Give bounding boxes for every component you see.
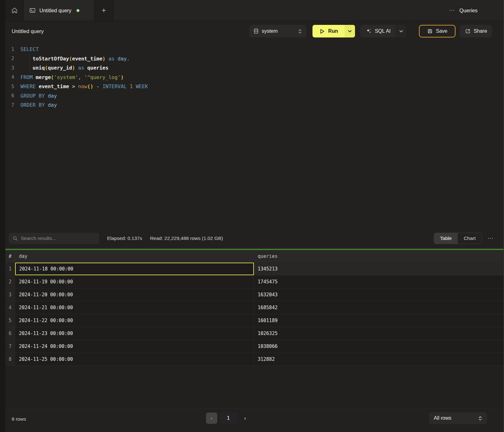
query-title: Untitled query bbox=[12, 28, 44, 34]
row-number-cell[interactable]: 1 bbox=[5, 263, 15, 275]
results-table-header: # day queries bbox=[5, 250, 503, 263]
line-number: 4 bbox=[5, 74, 14, 80]
page-size-value: All rows bbox=[434, 415, 451, 421]
editor-line[interactable]: 3 uniq(query_id) as queries bbox=[5, 63, 503, 73]
queries-panel-toggle[interactable]: Queries bbox=[459, 8, 478, 14]
results-menu-icon[interactable]: ⋯ bbox=[488, 235, 494, 242]
home-tab[interactable] bbox=[5, 0, 24, 21]
play-icon bbox=[319, 28, 325, 34]
sql-ai-label: SQL AI bbox=[375, 28, 391, 34]
results-table-body: 12024-11-18 00:00:00134521322024-11-19 0… bbox=[5, 263, 503, 366]
table-row: 32024-11-20 00:00:001632043 bbox=[5, 288, 503, 301]
elapsed-stat: Elapsed: 0.137s bbox=[107, 236, 142, 241]
updown-chevron-icon bbox=[298, 29, 302, 34]
line-number: 1 bbox=[5, 47, 14, 52]
queries-cell[interactable]: 1345213 bbox=[254, 263, 503, 275]
queries-cell[interactable]: 1745475 bbox=[254, 276, 503, 288]
sql-ai-button-group: SQL AI bbox=[360, 25, 406, 37]
day-cell[interactable]: 2024-11-19 00:00:00 bbox=[15, 276, 254, 288]
code-text: toStartOfDay(event_time) as day, bbox=[20, 56, 130, 62]
save-label: Save bbox=[436, 28, 447, 34]
table-row: 12024-11-18 00:00:001345213 bbox=[5, 263, 503, 276]
column-header-queries[interactable]: queries bbox=[254, 250, 503, 262]
row-number-cell[interactable]: 6 bbox=[5, 327, 15, 340]
row-number-cell[interactable]: 3 bbox=[5, 288, 15, 301]
editor-lines: 1SELECT2 toStartOfDay(event_time) as day… bbox=[5, 45, 503, 110]
editor-line[interactable]: 1SELECT bbox=[5, 45, 503, 54]
editor-line[interactable]: 5WHERE event_time > now() - INTERVAL 1 W… bbox=[5, 82, 503, 91]
day-cell[interactable]: 2024-11-25 00:00:00 bbox=[15, 353, 254, 366]
row-number-cell[interactable]: 8 bbox=[5, 353, 15, 366]
sparkles-icon bbox=[365, 28, 372, 34]
new-tab-button[interactable]: + bbox=[94, 0, 113, 21]
queries-cell[interactable]: 312882 bbox=[254, 353, 503, 366]
page-size-selector[interactable]: All rows bbox=[429, 412, 487, 424]
results-toolbar: Elapsed: 0.137s Read: 22,229,488 rows (1… bbox=[5, 228, 503, 249]
results-table: # day queries 12024-11-18 00:00:00134521… bbox=[5, 250, 503, 366]
next-page-button[interactable]: › bbox=[239, 412, 251, 424]
day-cell[interactable]: 2024-11-22 00:00:00 bbox=[15, 314, 254, 327]
search-icon bbox=[13, 236, 18, 241]
row-number-cell[interactable]: 5 bbox=[5, 314, 15, 327]
panel-menu-icon[interactable]: ⋯ bbox=[449, 7, 455, 14]
unsaved-indicator-dot bbox=[77, 9, 79, 12]
column-header-index[interactable]: # bbox=[5, 250, 15, 262]
prev-page-button[interactable]: ‹ bbox=[206, 412, 217, 424]
sql-editor[interactable]: 1SELECT2 toStartOfDay(event_time) as day… bbox=[5, 41, 503, 228]
search-results-box[interactable] bbox=[9, 233, 99, 244]
sql-ai-button[interactable]: SQL AI bbox=[360, 25, 396, 37]
query-toolbar: Untitled query system Run bbox=[5, 21, 503, 41]
results-footer: 8 rows ‹ 1 › All rows bbox=[5, 408, 503, 432]
line-number: 5 bbox=[5, 84, 14, 89]
table-row: 72024-11-24 00:00:001038066 bbox=[5, 340, 503, 353]
save-icon bbox=[427, 28, 433, 34]
search-results-input[interactable] bbox=[21, 236, 93, 241]
tabbar-right-controls: ⋯ Queries bbox=[449, 0, 503, 21]
chevron-down-icon bbox=[399, 30, 403, 33]
code-text: SELECT bbox=[20, 46, 39, 52]
row-number-cell[interactable]: 7 bbox=[5, 340, 15, 353]
tab-title: Untitled query bbox=[39, 8, 72, 14]
sql-ai-options-button[interactable] bbox=[396, 25, 406, 37]
day-cell[interactable]: 2024-11-21 00:00:00 bbox=[15, 301, 254, 314]
tab-bar: Untitled query + ⋯ Queries bbox=[5, 0, 503, 21]
code-text: ORDER BY day bbox=[20, 102, 57, 108]
row-number-cell[interactable]: 2 bbox=[5, 276, 15, 288]
chevron-down-icon bbox=[348, 30, 352, 33]
editor-line[interactable]: 6GROUP BY day bbox=[5, 91, 503, 101]
line-number: 3 bbox=[5, 65, 14, 71]
run-options-button[interactable] bbox=[345, 25, 355, 37]
queries-cell[interactable]: 1026325 bbox=[254, 327, 503, 340]
editor-line[interactable]: 2 toStartOfDay(event_time) as day, bbox=[5, 54, 503, 64]
toolbar-actions: system Run bbox=[249, 25, 492, 37]
save-button[interactable]: Save bbox=[419, 25, 455, 37]
indent-guide bbox=[29, 54, 30, 72]
sql-console-window: Untitled query + ⋯ Queries Untitled quer… bbox=[0, 0, 504, 432]
queries-cell[interactable]: 1038066 bbox=[254, 340, 503, 353]
editor-line[interactable]: 4FROM merge('system', '^query_log') bbox=[5, 73, 503, 82]
queries-cell[interactable]: 1632043 bbox=[254, 288, 503, 301]
database-selector[interactable]: system bbox=[249, 25, 306, 37]
table-row: 82024-11-25 00:00:00312882 bbox=[5, 353, 503, 366]
day-cell[interactable]: 2024-11-23 00:00:00 bbox=[15, 327, 254, 340]
tab-untitled-query[interactable]: Untitled query bbox=[24, 0, 94, 21]
share-button[interactable]: Share bbox=[460, 25, 492, 37]
editor-line[interactable]: 7ORDER BY day bbox=[5, 100, 503, 110]
view-chart-tab[interactable]: Chart bbox=[458, 233, 482, 244]
day-cell[interactable]: 2024-11-18 00:00:00 bbox=[15, 263, 254, 275]
table-row: 22024-11-19 00:00:001745475 bbox=[5, 276, 503, 288]
database-icon bbox=[254, 28, 259, 34]
queries-cell[interactable]: 1685842 bbox=[254, 301, 503, 314]
left-edge-strip bbox=[0, 0, 5, 432]
day-cell[interactable]: 2024-11-24 00:00:00 bbox=[15, 340, 254, 353]
current-page-button[interactable]: 1 bbox=[219, 412, 238, 424]
queries-cell[interactable]: 1601189 bbox=[254, 314, 503, 327]
table-row: 42024-11-21 00:00:001685842 bbox=[5, 301, 503, 314]
day-cell[interactable]: 2024-11-20 00:00:00 bbox=[15, 288, 254, 301]
row-number-cell[interactable]: 4 bbox=[5, 301, 15, 314]
line-number: 7 bbox=[5, 102, 14, 108]
column-header-day[interactable]: day bbox=[15, 250, 254, 262]
run-button[interactable]: Run bbox=[312, 25, 345, 37]
code-text: WHERE event_time > now() - INTERVAL 1 WE… bbox=[20, 83, 148, 89]
view-table-tab[interactable]: Table bbox=[434, 233, 458, 244]
